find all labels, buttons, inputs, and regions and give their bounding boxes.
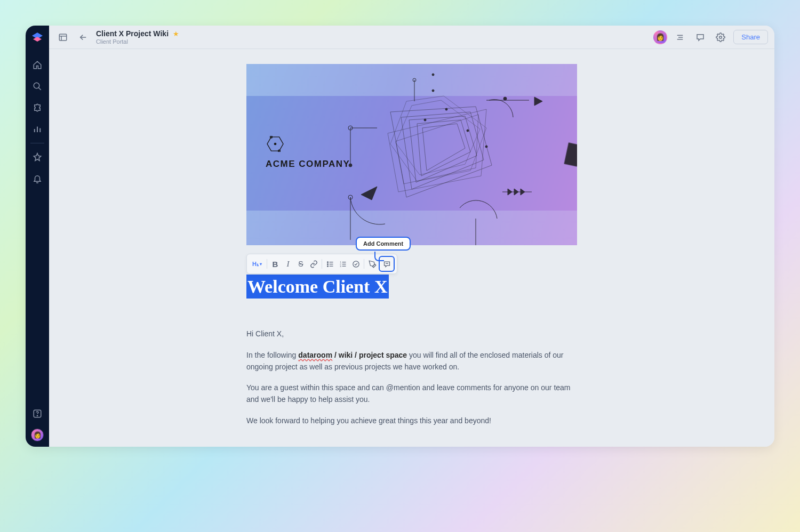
heading-block: H₁▾ B I S 123: [246, 275, 577, 299]
body-paragraph[interactable]: In the following dataroom / wiki / proje…: [246, 350, 577, 373]
svg-point-18: [432, 74, 434, 76]
puzzle-icon[interactable]: [30, 100, 45, 115]
app-container: 👩 Client X Project Wiki ★ Client Portal …: [26, 26, 774, 447]
topbar: Client X Project Wiki ★ Client Portal 👩 …: [49, 26, 774, 49]
cover-hex-icon: [266, 136, 285, 152]
svg-line-1: [38, 87, 41, 90]
app-logo[interactable]: [30, 31, 44, 45]
svg-rect-30: [564, 143, 577, 166]
document: ACME COMPANY: [246, 64, 577, 432]
svg-point-37: [327, 263, 328, 264]
rail-avatar[interactable]: 👩: [31, 429, 44, 441]
spell-error[interactable]: dataroom: [298, 351, 332, 359]
user-avatar[interactable]: 👩: [653, 30, 667, 44]
outline-icon[interactable]: [673, 30, 687, 45]
help-icon[interactable]: [30, 406, 45, 421]
body-paragraph[interactable]: Hi Client X,: [246, 328, 577, 340]
page-title[interactable]: Client X Project Wiki: [96, 29, 169, 38]
add-comment-tooltip: Add Comment: [356, 237, 411, 251]
svg-point-48: [353, 261, 358, 267]
svg-point-36: [327, 261, 328, 262]
search-icon[interactable]: [30, 79, 45, 94]
title-block: Client X Project Wiki ★ Client Portal: [96, 29, 179, 45]
svg-point-32: [424, 119, 426, 121]
heading-dropdown[interactable]: H₁▾: [249, 257, 265, 270]
svg-point-16: [274, 143, 277, 146]
document-heading[interactable]: Welcome Client X: [246, 275, 389, 299]
svg-point-38: [327, 265, 328, 267]
svg-point-34: [467, 130, 469, 132]
document-area: ACME COMPANY: [49, 49, 774, 447]
favorite-star-icon[interactable]: ★: [173, 30, 179, 38]
bell-icon[interactable]: [30, 171, 45, 186]
svg-point-24: [349, 164, 352, 167]
svg-point-0: [34, 83, 39, 88]
body-paragraph[interactable]: You are a guest within this space and ca…: [246, 382, 577, 405]
comments-icon[interactable]: [693, 30, 708, 45]
link-button[interactable]: [307, 257, 320, 270]
cover-abstract-art: [337, 64, 577, 245]
analytics-icon[interactable]: [30, 122, 45, 136]
svg-point-6: [37, 415, 37, 416]
svg-rect-7: [59, 34, 67, 41]
numbered-list-button[interactable]: 123: [337, 257, 349, 270]
bullet-list-button[interactable]: [324, 257, 337, 270]
document-body[interactable]: Hi Client X, In the following dataroom /…: [246, 328, 577, 426]
checklist-button[interactable]: [349, 257, 362, 270]
svg-point-19: [503, 97, 507, 100]
bold-button[interactable]: B: [269, 257, 282, 270]
svg-text:3: 3: [340, 264, 341, 267]
breadcrumb[interactable]: Client Portal: [96, 38, 179, 45]
back-icon[interactable]: [76, 30, 91, 45]
svg-point-17: [432, 90, 434, 92]
main-column: Client X Project Wiki ★ Client Portal 👩 …: [49, 26, 774, 447]
svg-point-13: [719, 36, 722, 38]
body-paragraph[interactable]: We look forward to helping you achieve g…: [246, 415, 577, 427]
settings-icon[interactable]: [713, 30, 728, 45]
rail-divider: [30, 143, 44, 143]
svg-point-35: [485, 146, 487, 148]
star-icon[interactable]: [30, 150, 45, 165]
share-button[interactable]: Share: [733, 30, 768, 44]
strikethrough-button[interactable]: S: [294, 257, 307, 270]
cover-image[interactable]: ACME COMPANY: [246, 64, 577, 245]
svg-point-33: [445, 108, 447, 110]
italic-button[interactable]: I: [282, 257, 294, 270]
panel-toggle-icon[interactable]: [55, 30, 70, 45]
home-icon[interactable]: [30, 58, 45, 72]
nav-rail: 👩: [26, 26, 49, 447]
